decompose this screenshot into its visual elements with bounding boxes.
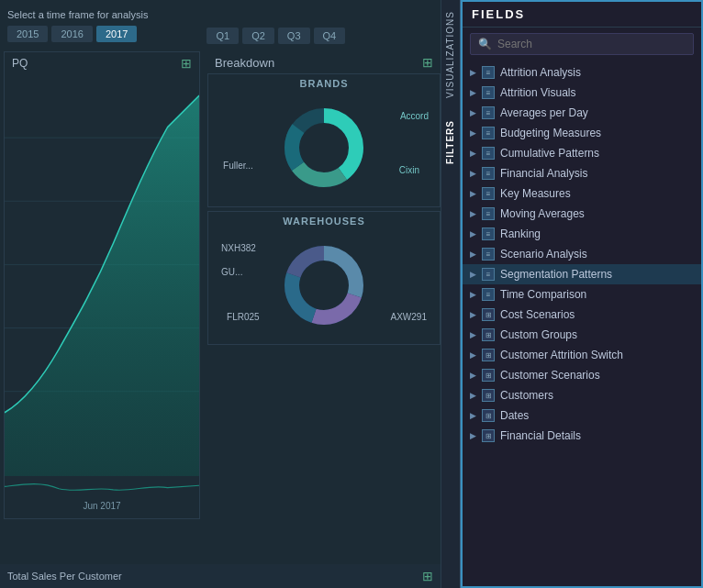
q2-btn[interactable]: Q2 <box>242 28 274 44</box>
field-name-label: Financial Details <box>500 429 694 442</box>
field-item-key-measures[interactable]: ▶≡Key Measures <box>463 183 701 204</box>
search-icon: 🔍 <box>478 38 492 50</box>
left-panel: Select a time frame for analysis 2015 20… <box>0 0 441 588</box>
q1-btn[interactable]: Q1 <box>206 28 239 44</box>
fields-header: FIELDS <box>463 2 701 28</box>
field-item-scenario-analysis[interactable]: ▶≡Scenario Analysis <box>463 244 701 264</box>
date-label: Jun 2017 <box>83 501 120 511</box>
year-2015-btn[interactable]: 2015 <box>7 26 48 42</box>
year-2017-btn[interactable]: 2017 <box>96 26 137 42</box>
fields-panel: FIELDS 🔍 ▶≡Attrition Analysis▶≡Attrition… <box>461 0 703 588</box>
time-bar: Select a time frame for analysis 2015 20… <box>0 0 441 51</box>
field-name-label: Segmentation Patterns <box>500 268 694 281</box>
pq-chart-title: PQ <box>12 57 28 70</box>
field-arrow-icon: ▶ <box>470 149 476 158</box>
year-2016-btn[interactable]: 2016 <box>51 26 92 42</box>
field-name-label: Ranking <box>500 227 694 240</box>
folder-icon: ≡ <box>482 268 495 281</box>
bottom-icon: ⊞ <box>422 569 433 583</box>
field-item-budgeting-measures[interactable]: ▶≡Budgeting Measures <box>463 123 701 143</box>
field-item-time-comparison[interactable]: ▶≡Time Comparison <box>463 284 701 305</box>
field-item-averages-per-day[interactable]: ▶≡Averages per Day <box>463 103 701 123</box>
table-icon: ⊞ <box>482 308 495 321</box>
folder-icon: ≡ <box>482 106 495 119</box>
visualizations-tab[interactable]: VISUALIZATIONS <box>441 0 460 109</box>
pq-chart-header: PQ ⊞ <box>5 52 199 74</box>
field-arrow-icon: ▶ <box>470 431 476 440</box>
folder-icon: ≡ <box>482 187 495 200</box>
nxh-label: NXH382 <box>221 243 256 253</box>
field-arrow-icon: ▶ <box>470 108 476 117</box>
field-name-label: Key Measures <box>500 187 694 200</box>
q4-btn[interactable]: Q4 <box>314 28 346 44</box>
field-item-financial-details[interactable]: ▶⊞Financial Details <box>463 426 701 446</box>
field-name-label: Custom Groups <box>500 328 694 341</box>
field-arrow-icon: ▶ <box>470 330 476 339</box>
field-name-label: Moving Averages <box>500 207 694 220</box>
fields-list: ▶≡Attrition Analysis▶≡Attrition Visuals▶… <box>463 61 701 586</box>
quarter-buttons: Q1 Q2 Q3 Q4 <box>206 28 345 44</box>
table-icon: ⊞ <box>482 409 495 422</box>
field-name-label: Budgeting Measures <box>500 127 694 139</box>
field-arrow-icon: ▶ <box>470 290 476 299</box>
pq-chart: PQ ⊞ <box>4 51 200 519</box>
field-item-moving-averages[interactable]: ▶≡Moving Averages <box>463 204 701 224</box>
bottom-label: Total Sales Per Customer <box>7 571 122 582</box>
field-name-label: Scenario Analysis <box>500 248 694 261</box>
field-item-customers[interactable]: ▶⊞Customers <box>463 385 701 405</box>
brands-section: BRANDS Accord Cixin Fuller... <box>207 73 441 207</box>
time-frame-label: Select a time frame for analysis <box>7 9 433 20</box>
field-item-attrition-visuals[interactable]: ▶≡Attrition Visuals <box>463 83 701 103</box>
folder-icon: ≡ <box>482 127 495 139</box>
folder-icon: ≡ <box>482 167 495 180</box>
breakdown-icon: ⊞ <box>422 55 433 70</box>
filters-tab[interactable]: FILTERS <box>441 109 460 175</box>
brands-donut: Accord Cixin Fuller... <box>212 93 436 203</box>
table-icon: ⊞ <box>482 349 495 361</box>
folder-icon: ≡ <box>482 207 495 220</box>
breakdown-header: Breakdown ⊞ <box>207 51 441 73</box>
field-item-customer-scenarios[interactable]: ▶⊞Customer Scenarios <box>463 365 701 385</box>
field-name-label: Attrition Analysis <box>500 66 694 79</box>
field-item-cumulative-patterns[interactable]: ▶≡Cumulative Patterns <box>463 143 701 163</box>
brands-title: BRANDS <box>212 78 436 89</box>
field-arrow-icon: ▶ <box>470 391 476 400</box>
field-arrow-icon: ▶ <box>470 350 476 360</box>
flr-label: FLR025 <box>227 312 260 322</box>
field-item-financial-analysis[interactable]: ▶≡Financial Analysis <box>463 163 701 183</box>
field-arrow-icon: ▶ <box>470 209 476 218</box>
breakdown-title: Breakdown <box>215 56 274 70</box>
field-item-ranking[interactable]: ▶≡Ranking <box>463 224 701 244</box>
table-icon: ⊞ <box>482 389 495 402</box>
field-item-cost-scenarios[interactable]: ▶⊞Cost Scenarios <box>463 305 701 325</box>
folder-icon: ≡ <box>482 66 495 79</box>
warehouses-donut: NXH382 GU... FLR025 AXW291 <box>212 230 436 340</box>
field-name-label: Averages per Day <box>500 106 694 119</box>
fields-title: FIELDS <box>472 7 525 21</box>
field-arrow-icon: ▶ <box>470 270 476 279</box>
warehouses-section: WAREHOUSES NXH382 GU... <box>207 211 441 345</box>
field-name-label: Time Comparison <box>500 288 694 301</box>
charts-container: PQ ⊞ <box>0 51 441 519</box>
field-item-dates[interactable]: ▶⊞Dates <box>463 405 701 426</box>
field-name-label: Customer Attrition Switch <box>500 349 694 361</box>
search-bar[interactable]: 🔍 <box>470 33 694 55</box>
table-icon: ⊞ <box>482 429 495 442</box>
year-buttons: 2015 2016 2017 <box>7 26 137 42</box>
field-arrow-icon: ▶ <box>470 310 476 319</box>
field-item-attrition-analysis[interactable]: ▶≡Attrition Analysis <box>463 62 701 83</box>
breakdown-charts: Breakdown ⊞ BRANDS <box>207 51 441 519</box>
field-arrow-icon: ▶ <box>470 371 476 380</box>
axw-label: AXW291 <box>391 312 427 322</box>
q3-btn[interactable]: Q3 <box>278 28 310 44</box>
field-name-label: Attrition Visuals <box>500 86 694 99</box>
field-name-label: Cost Scenarios <box>500 308 694 321</box>
field-item-custom-groups[interactable]: ▶⊞Custom Groups <box>463 325 701 345</box>
field-arrow-icon: ▶ <box>470 189 476 198</box>
search-input[interactable] <box>497 38 686 50</box>
field-item-segmentation-patterns[interactable]: ▶≡Segmentation Patterns <box>463 264 701 284</box>
field-item-customer-attrition-switch[interactable]: ▶⊞Customer Attrition Switch <box>463 345 701 365</box>
pq-chart-area: Jun 2017 <box>5 74 199 518</box>
pq-chart-icon: ⊞ <box>181 56 192 71</box>
folder-icon: ≡ <box>482 288 495 301</box>
